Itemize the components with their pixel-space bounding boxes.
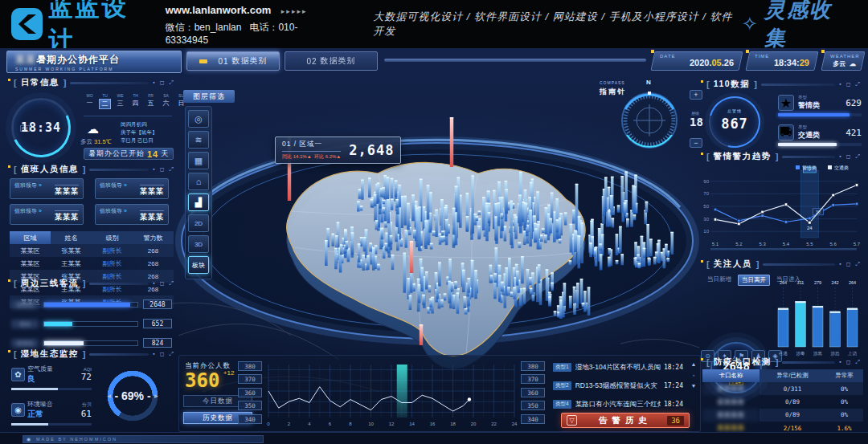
panel-controls[interactable]: ▪ ◻ ⤢: [153, 351, 175, 357]
panel-controls[interactable]: ▪ ◻ ⤢: [839, 359, 862, 365]
focus-tab[interactable]: 当日离开: [738, 275, 770, 286]
bar[interactable]: [796, 301, 806, 347]
panel-controls[interactable]: ▪ ◻ ⤢: [153, 166, 175, 173]
bar-cap: [796, 301, 806, 303]
gauge-left-arrow[interactable]: ◄: [106, 393, 113, 400]
map-bar-cap: [649, 238, 653, 239]
bar[interactable]: [778, 308, 788, 347]
tab1-id: 01: [219, 57, 229, 66]
bar[interactable]: [830, 312, 841, 347]
map-bar: [646, 224, 649, 257]
table-row[interactable]: 某某区张某某副所长268: [10, 244, 174, 257]
office-chart[interactable]: 024681012141618202224: [265, 361, 518, 430]
duty-card[interactable]: 值班领导某某某: [95, 178, 169, 199]
duty-col-header[interactable]: 姓名: [51, 231, 92, 244]
checkpoint-col-header[interactable]: 异常率: [825, 369, 863, 382]
g110-value: 867: [710, 116, 759, 132]
weekday[interactable]: SA六: [160, 93, 172, 109]
weekday[interactable]: MO一: [84, 93, 96, 109]
panel-controls[interactable]: ▪ ◻ ⤢: [153, 79, 175, 86]
layer-text-button-3d[interactable]: 3D: [188, 235, 209, 253]
data-point: [832, 193, 834, 196]
layer-text-button-2d[interactable]: 2D: [188, 214, 209, 232]
table-row[interactable]: 某某某某0/890%: [702, 395, 863, 408]
g110-type-value: 629: [845, 98, 862, 108]
tab-data-category-1[interactable]: 01 数据类别: [186, 51, 280, 71]
panel-controls[interactable]: ▪ ◻ ⤢: [839, 153, 862, 160]
layer-icon-button[interactable]: ▦: [188, 152, 209, 169]
layer-icon-button[interactable]: ⌂: [188, 173, 209, 190]
duty-cell: 268: [133, 257, 174, 270]
map-bar-cap: [424, 220, 428, 221]
focus-tab[interactable]: 当日新增: [704, 275, 735, 286]
map-bar-cap: [599, 243, 602, 244]
map-bar-cap: [563, 283, 567, 284]
layer-icon-button[interactable]: ◎: [188, 110, 209, 128]
collect-badge[interactable]: ✧ 灵感收集: [742, 0, 850, 52]
table-row[interactable]: 某某某某0/3110%: [702, 382, 863, 395]
alert-row[interactable]: 类型4某路口有小汽车连闯三个红灯18:24: [553, 398, 683, 410]
map-bar-cap: [522, 288, 526, 289]
time-pre: 18:34:: [774, 58, 800, 67]
layer-icon-button[interactable]: ≋: [188, 131, 209, 149]
table-row[interactable]: 某某区王某某副所长268: [10, 257, 174, 270]
scroll-dot-icon[interactable]: ●: [692, 373, 694, 377]
panel-controls[interactable]: ▪ ◻ ⤢: [839, 81, 862, 88]
weekday-cn: 六: [160, 99, 172, 108]
checkpoint-col-header[interactable]: 异常/已检测: [760, 369, 825, 382]
layer-text-button-板块[interactable]: 板块: [188, 256, 209, 274]
bar[interactable]: [813, 306, 823, 347]
duty-name: 某某某: [140, 210, 164, 222]
map-bar-cap: [575, 184, 579, 185]
duty-col-header[interactable]: 警力数: [133, 231, 174, 244]
zoom-out-button[interactable]: −: [690, 138, 702, 148]
scroll-down-icon[interactable]: ▼: [691, 383, 697, 389]
focus-bar-chart[interactable]: 264在逃311涉毒279涉黑242涉恐264上访: [773, 276, 863, 361]
gauge-right-arrow[interactable]: ►: [154, 393, 160, 400]
duty-card[interactable]: 值班领导某某某: [10, 204, 84, 225]
trend-chart[interactable]: 9070503010˅30245.15.25.35.45.55.65.7警情类交…: [701, 164, 863, 257]
alert-history-button[interactable]: ▽ 告警历史 36: [561, 413, 690, 428]
checkpoint-col-header[interactable]: 卡口名称: [702, 369, 760, 382]
g110-bar-fill: [778, 113, 850, 116]
panel-controls[interactable]: ▪ ◻ ⤢: [839, 261, 862, 267]
map-bar-cap: [498, 275, 502, 276]
weekday[interactable]: TH四: [129, 93, 141, 109]
map-bar-cap: [554, 311, 557, 312]
website-link[interactable]: www.lanlanwork.com: [166, 4, 272, 16]
map-bar-cap: [494, 203, 497, 204]
weekday[interactable]: WE三: [114, 93, 126, 109]
tab2-id: 02: [307, 57, 317, 66]
chart-scrollbar[interactable]: [710, 248, 857, 251]
map-bar-cap: [572, 210, 575, 210]
tab-data-category-2[interactable]: 02 数据类别: [285, 51, 378, 71]
zoom-in-button[interactable]: +: [690, 90, 702, 100]
layer-icon-button[interactable]: ▟: [188, 193, 209, 211]
duty-card[interactable]: 值班领导某某某: [95, 204, 169, 225]
duty-col-header[interactable]: 级别: [92, 231, 133, 244]
duty-col-header[interactable]: 区域: [10, 231, 51, 244]
table-row[interactable]: 某某某某0/890%: [702, 409, 863, 422]
panel-header-trend: [警情警力趋势]▪ ◻ ⤢: [701, 151, 862, 162]
weekday[interactable]: FR五: [145, 93, 157, 109]
panel-controls[interactable]: ▪ ◻ ⤢: [153, 280, 175, 287]
map-bar: [516, 271, 519, 286]
weekday-en: SA: [160, 93, 172, 98]
map-bar-cap: [362, 255, 365, 255]
duty-card[interactable]: 值班领导某某某: [10, 178, 84, 199]
map-bar-cap: [564, 212, 567, 213]
map-bar-cap: [570, 224, 573, 225]
bar[interactable]: [847, 308, 858, 347]
map-bar-cap: [452, 208, 456, 209]
alert-row[interactable]: 类型1湿地3-104片区有不明人员闯入18:24: [553, 361, 683, 373]
map-bar-cap: [395, 180, 398, 181]
alert-scrollbar[interactable]: ▲ ● ▼: [688, 361, 699, 389]
scroll-up-icon[interactable]: ▲: [691, 361, 697, 367]
warning-triangle-icon: ▽: [567, 415, 577, 426]
alert-row[interactable]: 类型2RD13-53烟感报警疑似火灾17:24: [553, 380, 683, 392]
weekday[interactable]: TU二: [99, 93, 111, 109]
map-bar-cap: [344, 230, 347, 231]
compass-dial[interactable]: [616, 85, 683, 153]
weekday-cn: 五: [145, 99, 157, 108]
eco-value: 72: [63, 372, 92, 382]
